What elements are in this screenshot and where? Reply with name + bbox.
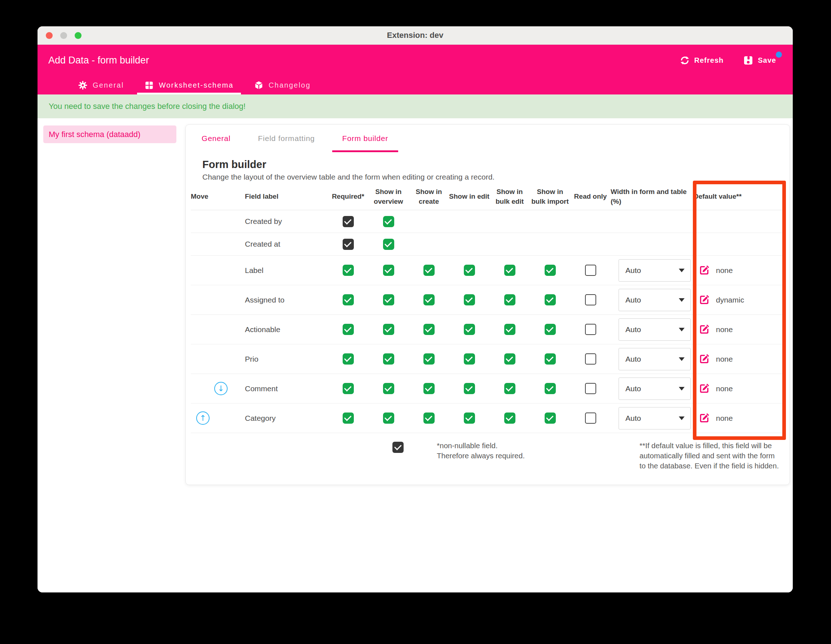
checkbox-show-bulk-edit[interactable]: [504, 383, 516, 394]
minimize-window-button[interactable]: [60, 32, 67, 39]
checkbox-show-overview[interactable]: [383, 216, 394, 227]
checkbox-show-bulk-import[interactable]: [544, 383, 556, 394]
show-bulk-edit-cell: [489, 374, 530, 404]
width-select[interactable]: Auto: [619, 407, 691, 429]
checkbox-show-bulk-import[interactable]: [544, 353, 556, 364]
edit-default-value-button[interactable]: [699, 412, 710, 424]
checkbox-show-edit[interactable]: [464, 412, 475, 424]
move-slot: [196, 215, 210, 228]
show-edit-cell: [449, 285, 489, 315]
default-value-text: none: [716, 325, 733, 334]
width-select-value: Auto: [626, 325, 641, 334]
checkbox-show-bulk-import[interactable]: [544, 265, 556, 276]
header-tab-worksheet-schema[interactable]: Worksheet-schema: [144, 76, 234, 94]
header-tab-changelog[interactable]: Changelog: [254, 76, 311, 94]
show-create-cell: [409, 256, 449, 285]
width-select[interactable]: Auto: [619, 289, 691, 311]
required-cell: [328, 233, 368, 256]
checkbox-read-only[interactable]: [585, 265, 596, 276]
checkbox-show-overview[interactable]: [383, 383, 394, 394]
checkbox-show-edit[interactable]: [464, 265, 475, 276]
checkbox-show-overview[interactable]: [383, 265, 394, 276]
checkbox-show-overview[interactable]: [383, 412, 394, 424]
show-bulk-edit-cell: [489, 344, 530, 374]
panel-tab-general[interactable]: General: [202, 125, 231, 152]
header-tab-general[interactable]: General: [78, 76, 124, 94]
checkbox-show-create[interactable]: [423, 412, 435, 424]
checkbox-required[interactable]: [343, 353, 354, 364]
page-title: Add Data - form builder: [48, 55, 149, 66]
show-create-cell: [409, 374, 449, 404]
legend-checkbox[interactable]: [392, 442, 404, 453]
checkbox-read-only[interactable]: [585, 353, 596, 364]
show-overview-cell: [368, 344, 409, 374]
checkbox-show-overview[interactable]: [383, 239, 394, 250]
width-select[interactable]: Auto: [619, 377, 691, 400]
field-label: Category: [245, 404, 328, 433]
save-button[interactable]: Save: [743, 55, 776, 66]
move-slot: [214, 293, 228, 307]
field-label: Comment: [245, 374, 328, 404]
default-value-text: none: [716, 414, 733, 423]
close-window-button[interactable]: [46, 32, 53, 39]
sidebar-item-schema[interactable]: My first schema (dataadd): [43, 126, 177, 143]
checkbox-show-bulk-edit[interactable]: [504, 324, 516, 335]
checkbox-show-create[interactable]: [423, 294, 435, 305]
checkbox-read-only[interactable]: [585, 294, 596, 305]
checkbox-show-create[interactable]: [423, 383, 435, 394]
show-edit-cell: [449, 256, 489, 285]
checkbox-required[interactable]: [343, 294, 354, 305]
panel-tab-field-formatting[interactable]: Field formatting: [258, 125, 315, 152]
read-only-cell: [570, 315, 611, 344]
checkbox-show-edit[interactable]: [464, 353, 475, 364]
edit-default-value-button[interactable]: [699, 294, 710, 305]
checkbox-show-bulk-edit[interactable]: [504, 412, 516, 424]
show-bulk-edit-cell: [489, 233, 530, 256]
move-up-button[interactable]: ↑: [196, 412, 210, 425]
checkbox-show-overview[interactable]: [383, 294, 394, 305]
app-window: Extension: dev Add Data - form builder: [38, 26, 793, 592]
move-slot: [196, 382, 210, 395]
width-select[interactable]: Auto: [619, 348, 691, 370]
checkbox-show-edit[interactable]: [464, 383, 475, 394]
move-cell: [191, 233, 245, 256]
edit-icon: [699, 412, 710, 424]
checkbox-show-bulk-edit[interactable]: [504, 353, 516, 364]
checkbox-show-create[interactable]: [423, 353, 435, 364]
show-overview-cell: [368, 315, 409, 344]
edit-default-value-button[interactable]: [699, 265, 710, 276]
move-cell: [191, 285, 245, 315]
checkbox-show-overview[interactable]: [383, 353, 394, 364]
edit-default-value-button[interactable]: [699, 353, 710, 364]
checkbox-show-bulk-import[interactable]: [544, 324, 556, 335]
move-down-button[interactable]: ↓: [214, 382, 228, 395]
checkbox-show-edit[interactable]: [464, 294, 475, 305]
titlebar: Extension: dev: [38, 26, 793, 45]
checkbox-show-edit[interactable]: [464, 324, 475, 335]
checkbox-required[interactable]: [343, 324, 354, 335]
edit-default-value-button[interactable]: [699, 383, 710, 394]
checkbox-required[interactable]: [343, 239, 354, 250]
checkbox-read-only[interactable]: [585, 412, 596, 424]
refresh-button[interactable]: Refresh: [680, 55, 724, 66]
checkbox-show-create[interactable]: [423, 324, 435, 335]
checkbox-show-bulk-import[interactable]: [544, 294, 556, 305]
edit-default-value-button[interactable]: [699, 324, 710, 335]
checkbox-required[interactable]: [343, 383, 354, 394]
checkbox-show-overview[interactable]: [383, 324, 394, 335]
checkbox-show-bulk-edit[interactable]: [504, 294, 516, 305]
panel-tab-form-builder[interactable]: Form builder: [342, 125, 388, 152]
column-header-read-only: Read only: [570, 183, 611, 210]
checkbox-show-create[interactable]: [423, 265, 435, 276]
checkbox-required[interactable]: [343, 265, 354, 276]
width-select[interactable]: Auto: [619, 318, 691, 341]
window-title: Extension: dev: [38, 31, 793, 40]
checkbox-read-only[interactable]: [585, 383, 596, 394]
checkbox-show-bulk-edit[interactable]: [504, 265, 516, 276]
checkbox-read-only[interactable]: [585, 324, 596, 335]
width-select[interactable]: Auto: [619, 259, 691, 281]
checkbox-required[interactable]: [343, 412, 354, 424]
checkbox-required[interactable]: [343, 216, 354, 227]
checkbox-show-bulk-import[interactable]: [544, 412, 556, 424]
zoom-window-button[interactable]: [75, 32, 81, 39]
